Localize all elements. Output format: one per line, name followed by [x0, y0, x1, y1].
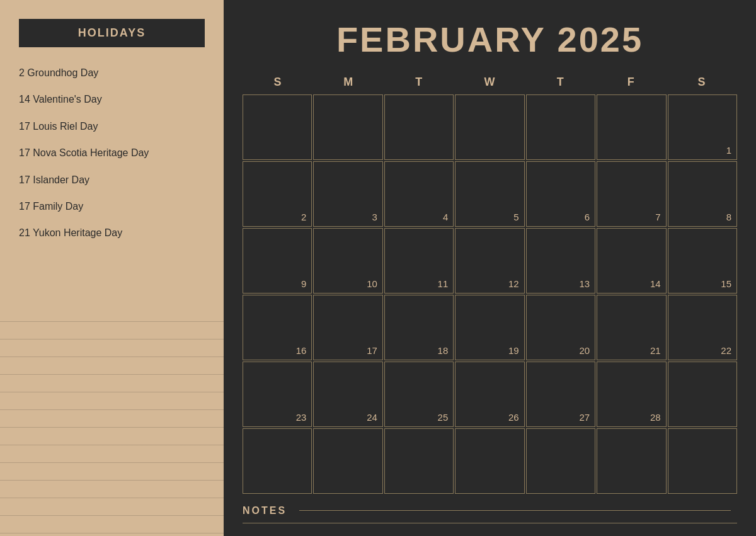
calendar-day: 15	[668, 228, 737, 294]
month-title: FEBRUARY 2025	[243, 19, 737, 60]
holiday-item: 17 Louis Riel Day	[19, 113, 205, 140]
lined-section	[0, 304, 224, 536]
calendar-day	[526, 94, 595, 160]
calendar-day	[384, 428, 454, 494]
calendar-day	[455, 428, 524, 494]
day-number: 27	[579, 412, 590, 423]
calendar-day: 25	[384, 362, 454, 427]
day-number: 8	[726, 212, 731, 222]
day-number: 9	[301, 278, 306, 289]
day-number: 10	[367, 278, 377, 289]
calendar-day: 1	[668, 94, 737, 160]
holiday-item: 17 Nova Scotia Heritage Day	[19, 140, 205, 166]
calendar-day: 17	[313, 295, 382, 360]
day-number: 13	[579, 278, 590, 289]
calendar-day: 7	[597, 161, 666, 227]
day-number: 12	[508, 278, 519, 289]
day-header: T	[384, 72, 454, 92]
calendar-day	[455, 94, 524, 160]
day-number: 20	[579, 345, 590, 356]
day-number: 2	[301, 212, 306, 222]
day-number: 5	[513, 212, 518, 222]
calendar-day	[597, 428, 666, 494]
calendar-day: 16	[243, 295, 312, 360]
holidays-label: HOLIDAYS	[78, 26, 146, 39]
day-number: 3	[372, 212, 377, 222]
calendar-day: 21	[597, 295, 666, 360]
calendar-day	[243, 428, 312, 494]
day-number: 17	[367, 345, 377, 356]
calendar-container: SMTWTFS 12345678910111213141516171819202…	[243, 72, 737, 494]
calendar-day	[668, 362, 737, 427]
calendar-day: 20	[526, 295, 595, 360]
day-number: 4	[443, 212, 448, 222]
notes-section: NOTES	[243, 500, 737, 523]
main-area: FEBRUARY 2025 SMTWTFS 123456789101112131…	[224, 0, 756, 536]
calendar-day: 24	[313, 362, 382, 427]
calendar-day: 12	[455, 228, 524, 294]
day-number: 28	[650, 412, 661, 423]
notes-line-2	[243, 523, 737, 523]
day-number: 23	[296, 412, 307, 423]
day-number: 7	[655, 212, 660, 222]
calendar-day: 3	[313, 161, 382, 227]
calendar-day: 22	[668, 295, 737, 360]
holiday-item: 17 Family Day	[19, 193, 205, 220]
day-header: T	[525, 72, 596, 92]
day-number: 16	[296, 345, 307, 356]
day-number: 26	[508, 412, 519, 423]
day-number: 15	[721, 278, 731, 289]
calendar-day: 9	[243, 228, 312, 294]
day-number: 24	[367, 412, 377, 423]
calendar-day: 6	[526, 161, 595, 227]
notes-label: NOTES	[243, 505, 287, 516]
holiday-item: 2 Groundhog Day	[19, 60, 205, 86]
day-number: 25	[438, 412, 449, 423]
holiday-item: 17 Islander Day	[19, 167, 205, 193]
day-number: 14	[650, 278, 661, 289]
calendar-day: 2	[243, 161, 312, 227]
holiday-item: 21 Yukon Heritage Day	[19, 220, 205, 246]
calendar-day: 14	[597, 228, 666, 294]
notes-line-1	[299, 510, 731, 511]
notes-row-1: NOTES	[243, 505, 737, 516]
calendar-day	[597, 94, 666, 160]
day-number: 18	[438, 345, 449, 356]
day-header: M	[313, 72, 384, 92]
holidays-list: 2 Groundhog Day14 Valentine's Day17 Loui…	[0, 47, 224, 304]
day-header: W	[454, 72, 525, 92]
holiday-item: 14 Valentine's Day	[19, 86, 205, 113]
calendar-grid: 1234567891011121314151617181920212223242…	[243, 94, 737, 494]
day-header: S	[243, 72, 313, 92]
calendar-day: 27	[526, 362, 595, 427]
calendar-day	[384, 94, 454, 160]
calendar-day: 13	[526, 228, 595, 294]
day-headers: SMTWTFS	[243, 72, 737, 92]
calendar-day: 11	[384, 228, 454, 294]
calendar-day	[526, 428, 595, 494]
calendar-day: 8	[668, 161, 737, 227]
day-header: F	[596, 72, 667, 92]
sidebar: HOLIDAYS 2 Groundhog Day14 Valentine's D…	[0, 0, 224, 536]
calendar-day: 23	[243, 362, 312, 427]
calendar-day: 10	[313, 228, 382, 294]
day-number: 1	[726, 145, 731, 156]
day-number: 19	[508, 345, 519, 356]
day-number: 22	[721, 345, 731, 356]
day-number: 11	[438, 278, 449, 289]
calendar-day: 4	[384, 161, 454, 227]
calendar-day	[313, 428, 382, 494]
holidays-header: HOLIDAYS	[19, 19, 205, 47]
calendar-day	[668, 428, 737, 494]
calendar-day	[313, 94, 382, 160]
day-number: 6	[585, 212, 590, 222]
day-header: S	[667, 72, 737, 92]
calendar-day: 28	[597, 362, 666, 427]
calendar-day: 18	[384, 295, 454, 360]
calendar-day: 26	[455, 362, 524, 427]
calendar-day: 5	[455, 161, 524, 227]
calendar-day: 19	[455, 295, 524, 360]
day-number: 21	[650, 345, 661, 356]
calendar-day	[243, 94, 312, 160]
